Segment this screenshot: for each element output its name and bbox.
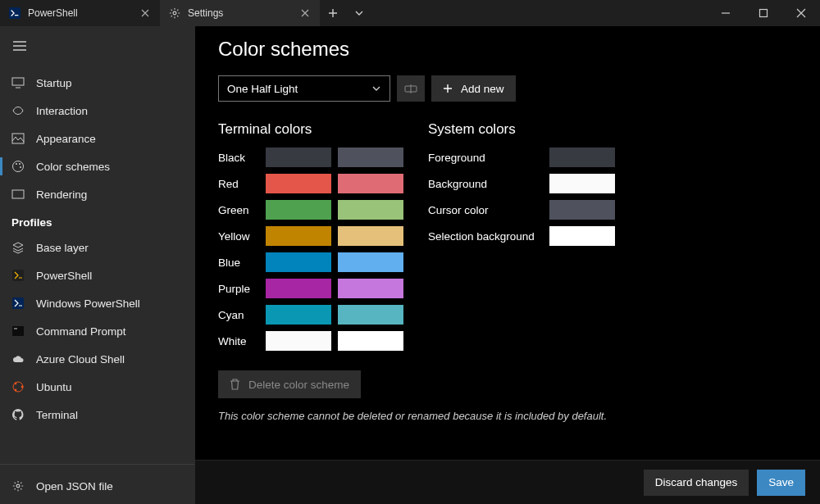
sidebar-item-label: Interaction xyxy=(36,105,88,117)
color-swatch[interactable] xyxy=(266,252,331,272)
palette-icon xyxy=(11,160,25,173)
tab-label: Settings xyxy=(188,7,223,19)
cmd-icon xyxy=(11,325,25,338)
sidebar-item-label: Azure Cloud Shell xyxy=(36,353,125,366)
terminal-color-row: Cyan xyxy=(218,305,403,325)
color-swatch-bright[interactable] xyxy=(338,252,403,272)
sidebar-item-label: Terminal xyxy=(36,409,78,421)
titlebar: PowerShell Settings xyxy=(0,0,820,26)
svg-point-1 xyxy=(173,11,176,15)
color-swatch[interactable] xyxy=(266,226,331,246)
hamburger-button[interactable] xyxy=(3,31,36,61)
color-swatch-bright[interactable] xyxy=(338,305,403,325)
sidebar-item-label: Open JSON file xyxy=(36,480,113,493)
new-tab-button[interactable] xyxy=(320,0,346,26)
color-swatch-bright[interactable] xyxy=(338,279,403,298)
delete-color-scheme-button[interactable]: Delete color scheme xyxy=(218,370,361,398)
divider xyxy=(0,464,195,465)
color-swatch[interactable] xyxy=(266,148,331,167)
svg-rect-2 xyxy=(760,10,768,17)
system-color-row: Selection background xyxy=(428,226,615,246)
save-button[interactable]: Save xyxy=(757,470,805,496)
monitor-icon xyxy=(11,76,25,89)
close-icon[interactable] xyxy=(298,7,312,20)
sidebar-profile-windows-powershell[interactable]: Windows PowerShell xyxy=(0,289,195,317)
discard-changes-button[interactable]: Discard changes xyxy=(644,470,749,496)
sidebar-profile-powershell[interactable]: PowerShell xyxy=(0,261,195,289)
color-swatch-bright[interactable] xyxy=(338,226,403,246)
terminal-color-row: Red xyxy=(218,174,403,193)
system-colors-heading: System colors xyxy=(428,121,615,138)
svg-point-16 xyxy=(15,389,17,392)
system-color-row: Background xyxy=(428,174,615,193)
terminal-color-row: White xyxy=(218,331,403,351)
open-json-file[interactable]: Open JSON file xyxy=(0,468,195,504)
sidebar-item-appearance[interactable]: Appearance xyxy=(0,125,195,152)
rendering-icon xyxy=(11,188,25,201)
color-swatch[interactable] xyxy=(266,331,331,351)
close-icon[interactable] xyxy=(139,7,152,20)
svg-rect-3 xyxy=(12,78,24,85)
color-swatch-bright[interactable] xyxy=(338,331,403,351)
svg-point-14 xyxy=(21,386,24,388)
svg-rect-9 xyxy=(12,190,24,198)
tab-settings[interactable]: Settings xyxy=(160,0,320,26)
color-swatch[interactable] xyxy=(549,226,615,246)
rename-scheme-button[interactable] xyxy=(397,75,425,102)
terminal-colors-heading: Terminal colors xyxy=(218,121,403,138)
tab-dropdown-button[interactable] xyxy=(346,0,372,26)
color-label: Background xyxy=(428,178,543,190)
color-swatch[interactable] xyxy=(266,174,331,193)
terminal-color-row: Black xyxy=(218,148,403,167)
main-content: Color schemes One Half Light Add new Ter… xyxy=(195,26,820,504)
tab-powershell[interactable]: PowerShell xyxy=(0,0,160,26)
layers-icon xyxy=(11,241,25,254)
footer: Discard changes Save xyxy=(195,460,820,504)
cloud-icon xyxy=(11,352,25,366)
color-swatch[interactable] xyxy=(266,305,331,325)
sidebar-item-startup[interactable]: Startup xyxy=(0,69,195,97)
terminal-color-row: Purple xyxy=(218,279,403,298)
sidebar-profile-cmd[interactable]: Command Prompt xyxy=(0,317,195,345)
color-swatch-bright[interactable] xyxy=(338,174,403,193)
sidebar-profile-ubuntu[interactable]: Ubuntu xyxy=(0,373,195,401)
system-color-row: Cursor color xyxy=(428,200,615,220)
sidebar-profile-azure[interactable]: Azure Cloud Shell xyxy=(0,345,195,373)
color-swatch[interactable] xyxy=(266,279,331,298)
color-swatch-bright[interactable] xyxy=(338,200,403,220)
system-color-row: Foreground xyxy=(428,148,615,167)
svg-point-5 xyxy=(13,161,24,172)
color-swatch[interactable] xyxy=(266,200,331,220)
delete-scheme-label: Delete color scheme xyxy=(248,379,349,391)
sidebar-item-interaction[interactable]: Interaction xyxy=(0,97,195,125)
scheme-selector[interactable]: One Half Light xyxy=(218,75,390,102)
minimize-button[interactable] xyxy=(707,0,745,26)
sidebar-item-rendering[interactable]: Rendering xyxy=(0,180,195,208)
maximize-button[interactable] xyxy=(745,0,782,26)
sidebar-item-color-schemes[interactable]: Color schemes xyxy=(0,152,195,180)
add-new-scheme-button[interactable]: Add new xyxy=(431,75,516,102)
color-swatch[interactable] xyxy=(549,200,615,220)
color-label: Green xyxy=(218,204,259,216)
sidebar-profile-baselayer[interactable]: Base layer xyxy=(0,234,195,261)
trash-icon xyxy=(230,379,240,390)
svg-rect-0 xyxy=(9,7,20,19)
color-label: Blue xyxy=(218,257,259,269)
close-window-button[interactable] xyxy=(782,0,820,26)
color-swatch[interactable] xyxy=(549,148,615,167)
plus-icon xyxy=(443,84,453,93)
terminal-color-row: Green xyxy=(218,200,403,220)
color-label: Cyan xyxy=(218,309,259,321)
svg-point-15 xyxy=(15,383,17,385)
gear-icon xyxy=(11,479,25,493)
terminal-color-row: Yellow xyxy=(218,226,403,246)
color-swatch[interactable] xyxy=(549,174,615,193)
page-title: Color schemes xyxy=(218,38,797,61)
terminal-color-row: Blue xyxy=(218,252,403,272)
svg-point-8 xyxy=(20,166,21,168)
ubuntu-icon xyxy=(11,380,25,393)
sidebar-profile-terminal[interactable]: Terminal xyxy=(0,401,195,429)
system-colors-section: System colors ForegroundBackgroundCursor… xyxy=(428,121,615,357)
sidebar: Startup Interaction Appearance Color sch… xyxy=(0,26,195,504)
color-swatch-bright[interactable] xyxy=(338,148,403,167)
